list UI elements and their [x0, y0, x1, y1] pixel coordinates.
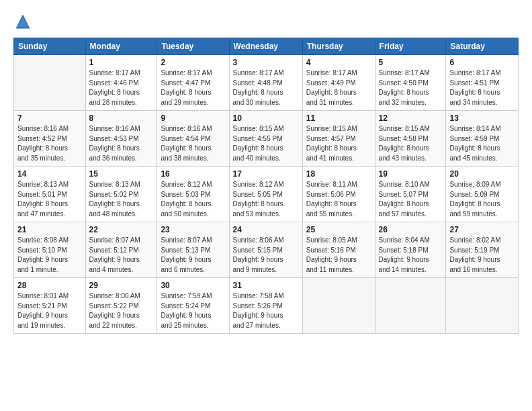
day-info: Sunrise: 8:10 AMSunset: 5:07 PMDaylight:… [379, 180, 443, 219]
day-number: 10 [233, 113, 299, 123]
calendar-cell [375, 278, 446, 334]
day-of-week-header: Friday [375, 38, 446, 55]
calendar-cell: 23Sunrise: 8:07 AMSunset: 5:13 PMDayligh… [157, 222, 229, 278]
calendar-cell: 11Sunrise: 8:15 AMSunset: 4:57 PMDayligh… [302, 111, 375, 167]
calendar-cell: 20Sunrise: 8:09 AMSunset: 5:09 PMDayligh… [446, 167, 519, 222]
calendar-cell: 15Sunrise: 8:13 AMSunset: 5:02 PMDayligh… [85, 167, 157, 222]
day-info: Sunrise: 8:13 AMSunset: 5:01 PMDaylight:… [17, 180, 82, 219]
day-info: Sunrise: 8:02 AMSunset: 5:19 PMDaylight:… [449, 236, 515, 275]
header [13, 12, 519, 31]
day-info: Sunrise: 8:17 AMSunset: 4:48 PMDaylight:… [233, 68, 299, 107]
calendar-cell: 19Sunrise: 8:10 AMSunset: 5:07 PMDayligh… [375, 167, 446, 222]
day-info: Sunrise: 8:16 AMSunset: 4:53 PMDaylight:… [89, 124, 154, 163]
day-number: 24 [233, 225, 299, 234]
calendar-header: SundayMondayTuesdayWednesdayThursdayFrid… [14, 38, 519, 55]
day-info: Sunrise: 8:17 AMSunset: 4:49 PMDaylight:… [306, 68, 371, 107]
day-number: 11 [306, 113, 371, 123]
calendar-cell: 25Sunrise: 8:05 AMSunset: 5:16 PMDayligh… [302, 222, 375, 278]
day-number: 1 [89, 58, 154, 67]
day-number: 26 [379, 225, 443, 234]
day-info: Sunrise: 8:17 AMSunset: 4:46 PMDaylight:… [89, 68, 154, 107]
day-info: Sunrise: 8:17 AMSunset: 4:50 PMDaylight:… [379, 68, 443, 107]
day-number: 23 [161, 225, 225, 234]
day-info: Sunrise: 8:00 AMSunset: 5:22 PMDaylight:… [89, 291, 154, 330]
calendar-cell [302, 278, 375, 334]
day-number: 2 [161, 58, 225, 67]
day-number: 15 [89, 169, 154, 179]
calendar-cell: 26Sunrise: 8:04 AMSunset: 5:18 PMDayligh… [375, 222, 446, 278]
day-info: Sunrise: 7:58 AMSunset: 5:26 PMDaylight:… [233, 291, 299, 330]
day-of-week-header: Saturday [446, 38, 519, 55]
day-number: 17 [233, 169, 299, 179]
page: SundayMondayTuesdayWednesdayThursdayFrid… [0, 0, 532, 411]
calendar-cell: 27Sunrise: 8:02 AMSunset: 5:19 PMDayligh… [446, 222, 519, 278]
day-number: 30 [161, 281, 225, 290]
day-info: Sunrise: 8:15 AMSunset: 4:58 PMDaylight:… [379, 124, 443, 163]
calendar-cell: 12Sunrise: 8:15 AMSunset: 4:58 PMDayligh… [375, 111, 446, 167]
day-number: 8 [89, 113, 154, 123]
day-number: 28 [17, 281, 82, 290]
calendar-cell: 17Sunrise: 8:12 AMSunset: 5:05 PMDayligh… [229, 167, 302, 222]
day-of-week-header: Wednesday [229, 38, 302, 55]
calendar-cell: 13Sunrise: 8:14 AMSunset: 4:59 PMDayligh… [446, 111, 519, 167]
day-info: Sunrise: 8:14 AMSunset: 4:59 PMDaylight:… [449, 124, 515, 163]
calendar-cell: 2Sunrise: 8:17 AMSunset: 4:47 PMDaylight… [157, 55, 229, 111]
svg-marker-1 [17, 17, 29, 28]
day-of-week-header: Thursday [302, 38, 375, 55]
day-number: 18 [306, 169, 371, 179]
calendar-week-row: 7Sunrise: 8:16 AMSunset: 4:52 PMDaylight… [14, 111, 519, 167]
day-info: Sunrise: 8:15 AMSunset: 4:55 PMDaylight:… [233, 124, 299, 163]
day-info: Sunrise: 8:09 AMSunset: 5:09 PMDaylight:… [449, 180, 515, 219]
calendar-cell: 31Sunrise: 7:58 AMSunset: 5:26 PMDayligh… [229, 278, 302, 334]
calendar-table: SundayMondayTuesdayWednesdayThursdayFrid… [13, 38, 519, 334]
day-number: 21 [17, 225, 82, 234]
day-info: Sunrise: 8:13 AMSunset: 5:02 PMDaylight:… [89, 180, 154, 219]
day-number: 7 [17, 113, 82, 123]
day-info: Sunrise: 8:12 AMSunset: 5:03 PMDaylight:… [161, 180, 225, 219]
calendar-week-row: 21Sunrise: 8:08 AMSunset: 5:10 PMDayligh… [14, 222, 519, 278]
day-number: 5 [379, 58, 443, 67]
calendar-cell: 6Sunrise: 8:17 AMSunset: 4:51 PMDaylight… [446, 55, 519, 111]
calendar-cell: 28Sunrise: 8:01 AMSunset: 5:21 PMDayligh… [14, 278, 86, 334]
day-info: Sunrise: 7:59 AMSunset: 5:24 PMDaylight:… [161, 291, 225, 330]
day-number: 19 [379, 169, 443, 179]
calendar-cell: 18Sunrise: 8:11 AMSunset: 5:06 PMDayligh… [302, 167, 375, 222]
calendar-cell: 30Sunrise: 7:59 AMSunset: 5:24 PMDayligh… [157, 278, 229, 334]
day-number: 20 [449, 169, 515, 179]
day-number: 12 [379, 113, 443, 123]
calendar-cell [14, 55, 86, 111]
calendar-week-row: 28Sunrise: 8:01 AMSunset: 5:21 PMDayligh… [14, 278, 519, 334]
calendar-cell: 7Sunrise: 8:16 AMSunset: 4:52 PMDaylight… [14, 111, 86, 167]
calendar-cell: 16Sunrise: 8:12 AMSunset: 5:03 PMDayligh… [157, 167, 229, 222]
day-of-week-header: Tuesday [157, 38, 229, 55]
calendar-cell: 3Sunrise: 8:17 AMSunset: 4:48 PMDaylight… [229, 55, 302, 111]
day-number: 14 [17, 169, 82, 179]
day-info: Sunrise: 8:17 AMSunset: 4:51 PMDaylight:… [449, 68, 515, 107]
day-of-week-header: Sunday [14, 38, 86, 55]
day-info: Sunrise: 8:12 AMSunset: 5:05 PMDaylight:… [233, 180, 299, 219]
calendar-body: 1Sunrise: 8:17 AMSunset: 4:46 PMDaylight… [14, 55, 519, 334]
calendar-cell: 24Sunrise: 8:06 AMSunset: 5:15 PMDayligh… [229, 222, 302, 278]
day-number: 16 [161, 169, 225, 179]
day-info: Sunrise: 8:04 AMSunset: 5:18 PMDaylight:… [379, 236, 443, 275]
day-info: Sunrise: 8:08 AMSunset: 5:10 PMDaylight:… [17, 236, 82, 275]
calendar-week-row: 1Sunrise: 8:17 AMSunset: 4:46 PMDaylight… [14, 55, 519, 111]
day-info: Sunrise: 8:05 AMSunset: 5:16 PMDaylight:… [306, 236, 371, 275]
calendar-week-row: 14Sunrise: 8:13 AMSunset: 5:01 PMDayligh… [14, 167, 519, 222]
logo [13, 12, 35, 31]
calendar-cell [446, 278, 519, 334]
day-number: 3 [233, 58, 299, 67]
day-info: Sunrise: 8:16 AMSunset: 4:54 PMDaylight:… [161, 124, 225, 163]
calendar-cell: 10Sunrise: 8:15 AMSunset: 4:55 PMDayligh… [229, 111, 302, 167]
day-info: Sunrise: 8:01 AMSunset: 5:21 PMDaylight:… [17, 291, 82, 330]
day-info: Sunrise: 8:16 AMSunset: 4:52 PMDaylight:… [17, 124, 82, 163]
calendar-cell: 1Sunrise: 8:17 AMSunset: 4:46 PMDaylight… [85, 55, 157, 111]
calendar-cell: 22Sunrise: 8:07 AMSunset: 5:12 PMDayligh… [85, 222, 157, 278]
day-number: 6 [449, 58, 515, 67]
header-row: SundayMondayTuesdayWednesdayThursdayFrid… [14, 38, 519, 55]
calendar-cell: 9Sunrise: 8:16 AMSunset: 4:54 PMDaylight… [157, 111, 229, 167]
day-info: Sunrise: 8:11 AMSunset: 5:06 PMDaylight:… [306, 180, 371, 219]
day-number: 13 [449, 113, 515, 123]
day-number: 4 [306, 58, 371, 67]
day-of-week-header: Monday [85, 38, 157, 55]
